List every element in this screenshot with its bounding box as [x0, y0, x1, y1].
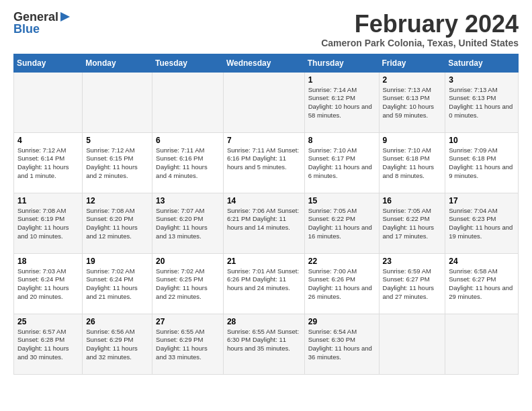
day-number: 27 [156, 317, 220, 326]
calendar-cell: 25Sunrise: 6:57 AM Sunset: 6:28 PM Dayli… [14, 314, 83, 374]
day-info: Sunrise: 7:12 AM Sunset: 6:14 PM Dayligh… [17, 146, 79, 181]
logo: General Blue [13, 11, 70, 35]
weekday-header-tuesday: Tuesday [152, 54, 224, 72]
calendar-week-row: 4Sunrise: 7:12 AM Sunset: 6:14 PM Daylig… [14, 132, 519, 193]
calendar-cell [223, 72, 304, 132]
calendar-cell: 13Sunrise: 7:07 AM Sunset: 6:20 PM Dayli… [152, 193, 224, 253]
calendar-cell: 18Sunrise: 7:03 AM Sunset: 6:24 PM Dayli… [14, 253, 83, 314]
weekday-header-monday: Monday [83, 54, 152, 72]
calendar-week-row: 18Sunrise: 7:03 AM Sunset: 6:24 PM Dayli… [14, 253, 519, 314]
day-number: 6 [156, 136, 220, 145]
calendar-cell: 6Sunrise: 7:11 AM Sunset: 6:16 PM Daylig… [152, 132, 224, 193]
weekday-header-sunday: Sunday [14, 54, 83, 72]
calendar-cell: 26Sunrise: 6:56 AM Sunset: 6:29 PM Dayli… [83, 314, 152, 374]
day-number: 13 [156, 196, 220, 205]
day-info: Sunrise: 7:04 AM Sunset: 6:23 PM Dayligh… [449, 207, 515, 241]
day-info: Sunrise: 7:05 AM Sunset: 6:22 PM Dayligh… [383, 207, 442, 241]
calendar-cell: 4Sunrise: 7:12 AM Sunset: 6:14 PM Daylig… [14, 132, 83, 193]
weekday-header-friday: Friday [379, 54, 445, 72]
day-number: 1 [308, 75, 375, 85]
day-info: Sunrise: 7:08 AM Sunset: 6:19 PM Dayligh… [17, 207, 79, 241]
day-info: Sunrise: 7:14 AM Sunset: 6:12 PM Dayligh… [308, 86, 375, 120]
day-info: Sunrise: 7:00 AM Sunset: 6:26 PM Dayligh… [308, 267, 375, 302]
day-info: Sunrise: 6:59 AM Sunset: 6:27 PM Dayligh… [383, 267, 442, 302]
day-info: Sunrise: 7:07 AM Sunset: 6:20 PM Dayligh… [156, 207, 220, 241]
day-number: 7 [227, 136, 301, 145]
title-section: February 2024 Cameron Park Colonia, Texa… [321, 11, 519, 48]
calendar-cell: 23Sunrise: 6:59 AM Sunset: 6:27 PM Dayli… [379, 253, 445, 314]
calendar-table: SundayMondayTuesdayWednesdayThursdayFrid… [13, 54, 519, 375]
day-number: 2 [383, 75, 442, 85]
day-number: 16 [383, 196, 442, 205]
day-number: 4 [17, 136, 79, 145]
header: General Blue February 2024 Cameron Park … [13, 11, 519, 48]
day-number: 29 [308, 317, 375, 326]
calendar-cell: 2Sunrise: 7:13 AM Sunset: 6:13 PM Daylig… [379, 72, 445, 132]
calendar-cell [14, 72, 83, 132]
day-info: Sunrise: 7:01 AM Sunset: 6:26 PM Dayligh… [227, 267, 301, 293]
day-number: 11 [17, 196, 79, 205]
calendar-cell: 19Sunrise: 7:02 AM Sunset: 6:24 PM Dayli… [83, 253, 152, 314]
calendar-cell: 27Sunrise: 6:55 AM Sunset: 6:29 PM Dayli… [152, 314, 224, 374]
month-year-title: February 2024 [321, 11, 519, 38]
day-number: 22 [308, 257, 375, 266]
day-info: Sunrise: 7:09 AM Sunset: 6:18 PM Dayligh… [449, 146, 515, 181]
day-number: 5 [86, 136, 148, 145]
calendar-cell: 10Sunrise: 7:09 AM Sunset: 6:18 PM Dayli… [445, 132, 519, 193]
day-info: Sunrise: 7:11 AM Sunset: 6:16 PM Dayligh… [227, 146, 301, 172]
day-number: 12 [86, 196, 148, 205]
day-number: 24 [449, 257, 515, 266]
calendar-cell: 3Sunrise: 7:13 AM Sunset: 6:13 PM Daylig… [445, 72, 519, 132]
calendar-cell: 16Sunrise: 7:05 AM Sunset: 6:22 PM Dayli… [379, 193, 445, 253]
calendar-cell [379, 314, 445, 374]
calendar-cell: 5Sunrise: 7:12 AM Sunset: 6:15 PM Daylig… [83, 132, 152, 193]
calendar-cell: 28Sunrise: 6:55 AM Sunset: 6:30 PM Dayli… [223, 314, 304, 374]
day-info: Sunrise: 6:56 AM Sunset: 6:29 PM Dayligh… [86, 328, 148, 362]
day-number: 9 [383, 136, 442, 145]
calendar-cell: 20Sunrise: 7:02 AM Sunset: 6:25 PM Dayli… [152, 253, 224, 314]
day-info: Sunrise: 7:02 AM Sunset: 6:25 PM Dayligh… [156, 267, 220, 302]
calendar-cell: 11Sunrise: 7:08 AM Sunset: 6:19 PM Dayli… [14, 193, 83, 253]
day-number: 17 [449, 196, 515, 205]
logo-blue-text: Blue [13, 23, 40, 35]
weekday-header-saturday: Saturday [445, 54, 519, 72]
calendar-week-row: 11Sunrise: 7:08 AM Sunset: 6:19 PM Dayli… [14, 193, 519, 253]
logo-triangle-icon [60, 12, 70, 21]
calendar-cell [445, 314, 519, 374]
calendar-cell: 9Sunrise: 7:10 AM Sunset: 6:18 PM Daylig… [379, 132, 445, 193]
calendar-cell: 21Sunrise: 7:01 AM Sunset: 6:26 PM Dayli… [223, 253, 304, 314]
day-number: 14 [227, 196, 301, 205]
calendar-cell [152, 72, 224, 132]
calendar-week-row: 1Sunrise: 7:14 AM Sunset: 6:12 PM Daylig… [14, 72, 519, 132]
day-info: Sunrise: 7:10 AM Sunset: 6:18 PM Dayligh… [383, 146, 442, 181]
calendar-cell: 1Sunrise: 7:14 AM Sunset: 6:12 PM Daylig… [304, 72, 379, 132]
day-number: 21 [227, 257, 301, 266]
calendar-week-row: 25Sunrise: 6:57 AM Sunset: 6:28 PM Dayli… [14, 314, 519, 374]
calendar-cell: 17Sunrise: 7:04 AM Sunset: 6:23 PM Dayli… [445, 193, 519, 253]
calendar-cell: 29Sunrise: 6:54 AM Sunset: 6:30 PM Dayli… [304, 314, 379, 374]
calendar-cell: 22Sunrise: 7:00 AM Sunset: 6:26 PM Dayli… [304, 253, 379, 314]
day-info: Sunrise: 6:57 AM Sunset: 6:28 PM Dayligh… [17, 328, 79, 362]
day-number: 25 [17, 317, 79, 326]
day-info: Sunrise: 6:55 AM Sunset: 6:30 PM Dayligh… [227, 328, 301, 353]
day-number: 8 [308, 136, 375, 145]
calendar-cell: 7Sunrise: 7:11 AM Sunset: 6:16 PM Daylig… [223, 132, 304, 193]
day-info: Sunrise: 7:10 AM Sunset: 6:17 PM Dayligh… [308, 146, 375, 181]
day-info: Sunrise: 7:13 AM Sunset: 6:13 PM Dayligh… [449, 86, 515, 120]
calendar-cell: 14Sunrise: 7:06 AM Sunset: 6:21 PM Dayli… [223, 193, 304, 253]
day-number: 10 [449, 136, 515, 145]
day-info: Sunrise: 6:58 AM Sunset: 6:27 PM Dayligh… [449, 267, 515, 302]
calendar-cell: 12Sunrise: 7:08 AM Sunset: 6:20 PM Dayli… [83, 193, 152, 253]
day-info: Sunrise: 7:02 AM Sunset: 6:24 PM Dayligh… [86, 267, 148, 302]
day-number: 3 [449, 75, 515, 85]
day-info: Sunrise: 7:05 AM Sunset: 6:22 PM Dayligh… [308, 207, 375, 241]
day-number: 15 [308, 196, 375, 205]
calendar-cell: 8Sunrise: 7:10 AM Sunset: 6:17 PM Daylig… [304, 132, 379, 193]
day-number: 26 [86, 317, 148, 326]
day-number: 23 [383, 257, 442, 266]
day-info: Sunrise: 7:06 AM Sunset: 6:21 PM Dayligh… [227, 207, 301, 232]
day-number: 19 [86, 257, 148, 266]
day-number: 28 [227, 317, 301, 326]
calendar-cell [83, 72, 152, 132]
day-info: Sunrise: 7:11 AM Sunset: 6:16 PM Dayligh… [156, 146, 220, 181]
